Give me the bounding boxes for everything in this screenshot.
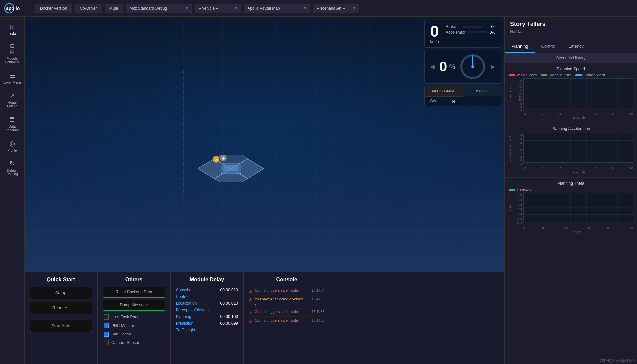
sidebar-item-profile[interactable]: ◎ Profile	[1, 136, 24, 155]
chart-x-axis: -20246810	[523, 166, 633, 171]
chart-area	[523, 193, 633, 222]
console-time: 15:43:54	[312, 289, 324, 292]
layer-menu-icon: ☰	[9, 71, 15, 79]
legend-label: Trajectory	[517, 188, 531, 191]
console-time: 15:43:53	[312, 319, 324, 322]
throttle-value: 0	[439, 59, 447, 75]
3d-view: ✉ ⊕ 0 km/h Brake	[25, 17, 504, 271]
chevron-down-icon: ▼	[185, 6, 189, 10]
dump-message-button[interactable]: Dump Message	[103, 300, 165, 311]
svg-text:⊕: ⊕	[222, 156, 225, 160]
sidebar-item-tasks[interactable]: ⊞ Tasks	[1, 19, 24, 39]
delay-row: PerceptionObstacle–	[176, 307, 238, 313]
chart-y-axis: 43210-1-2-3-4	[513, 133, 523, 166]
chart-y-label: acceleration (m/s^2)	[509, 133, 512, 163]
docker-version-button[interactable]: Docker Version	[35, 4, 72, 13]
quick-start-title: Quick Start	[30, 277, 92, 283]
gear-value: N	[444, 96, 462, 106]
module-delay-panel: Module Delay Chassis00:00.010Control–Loc…	[171, 272, 244, 364]
logo: apollo	[3, 2, 30, 14]
chart-x-label: t (second)	[523, 116, 633, 119]
legend-label: SpeedHeuristic	[549, 73, 571, 77]
sidebar-item-module-controller[interactable]: ⊟⊟ Module Controller	[1, 39, 24, 67]
map-dropdown[interactable]: Apollo Virutal Map ▼	[244, 4, 310, 13]
legend-label: PlannedSpeed	[583, 73, 605, 77]
quick-start-panel: Quick Start Setup Reset All Start Auto	[25, 272, 98, 364]
reset-all-button[interactable]: Reset All	[30, 302, 92, 314]
tasks-icon: ⊞	[9, 23, 15, 30]
chart-area	[523, 78, 633, 108]
sim-control-row: Sim Control	[103, 330, 165, 338]
tab-latency[interactable]: Latency	[562, 40, 591, 53]
delay-value: 00:00.099	[220, 321, 238, 326]
main-layout: ⊞ Tasks ⊟⊟ Module Controller ☰ Layer Men…	[0, 17, 637, 364]
speed-value: 0	[430, 24, 439, 39]
others-title: Others	[103, 277, 165, 283]
chart-planning-accel: Planning Acceleration acceleration (m/s^…	[505, 123, 637, 178]
reset-backend-button[interactable]: Reset Backend Data	[103, 287, 165, 298]
lock-task-checkbox[interactable]	[104, 314, 109, 320]
throttle-right-arrow[interactable]: ▶	[491, 63, 495, 70]
data-recorder-icon: ≣	[9, 115, 15, 123]
legend-item: SpeedHeuristic	[541, 73, 571, 77]
default-routing-icon: ↻	[9, 159, 15, 167]
legend-item: PlannedSpeed	[575, 73, 605, 77]
delay-row: Prediction00:00.099	[176, 320, 238, 327]
sim-control-label: Sim Control	[111, 332, 132, 336]
delay-value: 00:00.100	[220, 314, 238, 319]
camera-sensor-checkbox[interactable]	[104, 340, 109, 345]
lock-task-label: Lock Task Panel	[111, 315, 140, 319]
module-delay-title: Module Delay	[176, 277, 238, 283]
setup-button[interactable]: Setup	[30, 287, 92, 299]
brake-label: Brake	[446, 24, 456, 29]
sidebar-item-data-recorder[interactable]: ≣ Data Recorder	[1, 112, 24, 135]
mute-button[interactable]: Mute	[105, 4, 123, 13]
sidebar-item-default-routing[interactable]: ↻ Default Routing	[1, 156, 24, 179]
throttle-gauge	[460, 53, 486, 80]
delay-row: Chassis00:00.010	[176, 287, 238, 293]
gear-label: Gear	[425, 96, 444, 106]
brake-bar	[463, 26, 483, 28]
throttle-pct-symbol: %	[449, 63, 455, 71]
chart-y-label: speed (m/s)	[509, 78, 512, 108]
vehicle-dropdown[interactable]: -- vehicle -- ▼	[195, 4, 241, 13]
tab-planning[interactable]: Planning	[505, 40, 535, 53]
delay-value: –	[236, 294, 238, 299]
mode-dropdown[interactable]: Mkz Standard Debug ▼	[126, 4, 192, 13]
throttle-left-arrow[interactable]: ◀	[430, 63, 435, 70]
scenario-dropdown[interactable]: -- scenarioSet -- ▼	[313, 4, 359, 13]
pnc-monitor-row: PNC Monitor	[103, 321, 165, 330]
chart-planning-speed: Planning Speed VehicleSpeed SpeedHeurist…	[505, 63, 637, 123]
pnc-monitor-checkbox[interactable]	[104, 323, 109, 328]
scenario-history-button[interactable]: Scenario History	[505, 53, 637, 63]
sim-control-checkbox[interactable]	[104, 332, 109, 337]
right-panel: Story Tellers No Data Planning Control L…	[504, 17, 637, 364]
svg-text:apollo: apollo	[6, 6, 20, 11]
throttle-box: ◀ 0 % ▶	[424, 50, 501, 84]
no-data-label: No Data	[510, 28, 632, 36]
console-time: 15:43:53	[312, 297, 324, 301]
delay-label: Chassis	[176, 288, 190, 292]
co-driver-button[interactable]: Co-Driver	[75, 4, 102, 13]
error-icon: ⚠	[249, 319, 253, 324]
delay-value: –	[236, 328, 238, 332]
route-editing-icon: ↗	[9, 91, 15, 99]
console-time: 15:43:53	[312, 310, 324, 314]
camera-sensor-row: Camera Sensor	[103, 338, 165, 347]
speed-box: 0 km/h Brake 0% Accelerator	[424, 20, 501, 48]
sidebar-item-layer-menu[interactable]: ☰ Layer Menu	[1, 68, 24, 88]
camera-sensor-label: Camera Sensor	[111, 340, 139, 345]
legend-item: VehicleSpeed	[509, 73, 537, 77]
delay-value: 00:00.010	[220, 288, 238, 292]
sidebar-item-route-editing[interactable]: ↗ Route Editing	[1, 88, 24, 111]
tab-control[interactable]: Control	[535, 40, 562, 53]
legend-color	[509, 74, 515, 76]
delay-row: Control–	[176, 293, 238, 300]
legend-color	[509, 189, 515, 191]
others-panel: Others Reset Backend Data Dump Message L…	[98, 272, 171, 364]
start-auto-button[interactable]: Start Auto	[30, 320, 92, 332]
error-icon: ⚠	[249, 310, 253, 315]
auto-value[interactable]: AUTO	[463, 86, 501, 96]
svg-rect-23	[224, 165, 238, 171]
chart-x-axis: 00.20.40.60.81.0	[523, 226, 633, 230]
